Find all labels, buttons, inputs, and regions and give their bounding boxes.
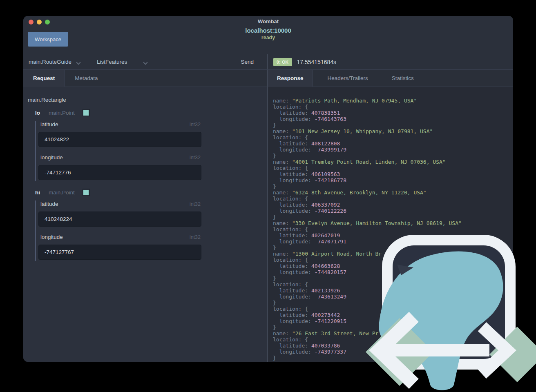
chevron-down-icon: [143, 60, 147, 64]
point-block-hi: hi main.Point latitude int32: [35, 189, 267, 261]
field-label: longitude: [40, 154, 63, 160]
main-columns: Request Metadata main.Rectangle lo main.…: [23, 70, 513, 362]
tab-headers-trailers[interactable]: Headers/Trailers: [319, 70, 377, 87]
tab-request[interactable]: Request: [23, 70, 65, 87]
longitude-input[interactable]: [38, 165, 201, 180]
point-fields: latitude int32 longitude int32: [35, 121, 201, 181]
field-name: hi: [35, 189, 40, 196]
connection-status: ready: [23, 35, 513, 40]
method-selector[interactable]: ListFeatures: [97, 59, 147, 65]
field-label: longitude: [40, 234, 63, 240]
status-badge: 0: OK: [273, 58, 292, 66]
screen: Wombat Workspace localhost:10000 ready m…: [0, 0, 536, 392]
latitude-field: latitude int32: [36, 200, 201, 227]
send-button[interactable]: Send: [241, 59, 254, 65]
latitude-input[interactable]: [38, 132, 201, 147]
field-name: lo: [35, 110, 40, 116]
response-panel: Response Headers/Trailers Statistics nam…: [267, 70, 513, 362]
response-tabbar: Response Headers/Trailers Statistics: [268, 70, 513, 87]
server-status: localhost:10000 ready: [23, 27, 513, 40]
longitude-field: longitude int32: [36, 234, 201, 260]
longitude-field: longitude int32: [36, 154, 201, 180]
latitude-field: latitude int32: [36, 121, 201, 147]
toolbar-right: 0: OK 17.554151684s: [267, 54, 513, 69]
window-title: Wombat: [23, 18, 513, 24]
toolbar-left: main.RouteGuide ListFeatures Send: [23, 54, 267, 69]
point-header: hi main.Point: [35, 189, 267, 196]
tab-response[interactable]: Response: [268, 70, 313, 87]
tab-statistics[interactable]: Statistics: [383, 70, 423, 87]
point-fields: latitude int32 longitude int32: [35, 200, 201, 261]
latitude-input[interactable]: [38, 212, 201, 227]
point-header: lo main.Point: [35, 109, 267, 116]
call-duration: 17.554151684s: [297, 59, 337, 65]
point-enabled-checkbox[interactable]: [83, 189, 90, 196]
checkbox-checked-fill: [83, 190, 89, 195]
service-selector-value: main.RouteGuide: [29, 59, 71, 65]
field-scalar-type: int32: [190, 234, 201, 240]
tab-metadata[interactable]: Metadata: [65, 70, 107, 87]
service-selector[interactable]: main.RouteGuide: [29, 59, 80, 65]
message-type-label: main.Rectangle: [28, 97, 267, 103]
point-block-lo: lo main.Point latitude int32: [35, 109, 267, 181]
field-type: main.Point: [49, 189, 75, 196]
point-enabled-checkbox[interactable]: [83, 109, 90, 116]
field-scalar-type: int32: [190, 201, 201, 207]
chevron-down-icon: [76, 60, 80, 64]
response-body[interactable]: name: "Patriots Path, Mendham, NJ 07945,…: [268, 87, 513, 362]
wombat-window: Wombat Workspace localhost:10000 ready m…: [23, 16, 513, 362]
header: Workspace localhost:10000 ready: [23, 26, 513, 54]
titlebar: Wombat: [23, 16, 513, 26]
toolbar: main.RouteGuide ListFeatures Send 0: OK …: [23, 54, 513, 70]
server-address: localhost:10000: [23, 27, 513, 34]
field-label: latitude: [40, 201, 58, 207]
field-label: latitude: [40, 121, 58, 127]
request-form: main.Rectangle lo main.Point latitude: [23, 87, 267, 362]
field-scalar-type: int32: [190, 155, 201, 160]
field-scalar-type: int32: [190, 122, 201, 127]
request-panel: Request Metadata main.Rectangle lo main.…: [23, 70, 267, 362]
method-selector-value: ListFeatures: [97, 59, 127, 65]
checkbox-checked-fill: [83, 110, 89, 116]
field-type: main.Point: [49, 110, 75, 116]
request-tabbar: Request Metadata: [23, 70, 267, 87]
longitude-input[interactable]: [38, 245, 201, 260]
